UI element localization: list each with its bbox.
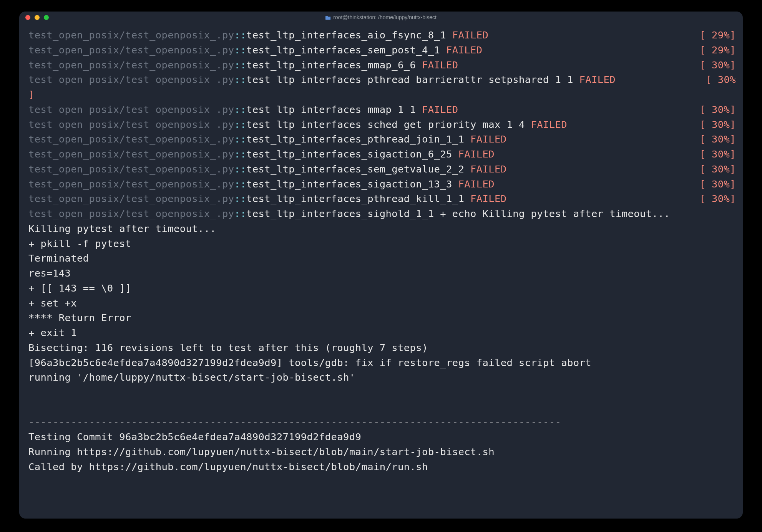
test-running-line: test_open_posix/test_openposix_.py::test… xyxy=(28,206,736,221)
test-file: test_open_posix/test_openposix_.py xyxy=(28,119,234,130)
minimize-icon[interactable] xyxy=(35,15,40,20)
test-result-line: test_open_posix/test_openposix_.py::test… xyxy=(28,43,736,58)
test-percent: [ 30%] xyxy=(695,177,736,192)
test-separator: :: xyxy=(234,119,247,130)
test-separator: :: xyxy=(234,104,247,115)
test-separator: :: xyxy=(234,29,247,41)
test-file: test_open_posix/test_openposix_.py xyxy=(28,208,234,219)
test-name: test_ltp_interfaces_sigaction_6_25 xyxy=(246,148,458,160)
window-controls xyxy=(25,15,49,20)
test-file: test_open_posix/test_openposix_.py xyxy=(28,133,234,145)
test-percent: [ 30%] xyxy=(695,147,736,162)
terminal-line: ----------------------------------------… xyxy=(28,415,736,430)
test-separator: :: xyxy=(234,193,247,204)
test-status: FAILED xyxy=(452,29,489,41)
test-file: test_open_posix/test_openposix_.py xyxy=(28,163,234,175)
window-title-text: root@thinkstation: /home/luppy/nuttx-bis… xyxy=(333,14,437,20)
test-separator: :: xyxy=(234,148,247,160)
test-percent: [ 30%] xyxy=(695,58,736,73)
test-name: test_ltp_interfaces_pthread_join_1_1 xyxy=(246,133,470,145)
terminal-window: root@thinkstation: /home/luppy/nuttx-bis… xyxy=(19,12,743,519)
test-file: test_open_posix/test_openposix_.py xyxy=(28,178,234,190)
test-left: test_open_posix/test_openposix_.py::test… xyxy=(28,102,695,117)
test-separator: :: xyxy=(234,208,247,219)
terminal-line: + pkill -f pytest xyxy=(28,236,736,251)
test-left: test_open_posix/test_openposix_.py::test… xyxy=(28,72,701,87)
test-percent: [ 30%] xyxy=(695,162,736,177)
test-left: test_open_posix/test_openposix_.py::test… xyxy=(28,147,695,162)
terminal-line: Killing pytest after timeout... xyxy=(28,221,736,236)
test-separator: :: xyxy=(234,74,247,85)
test-file: test_open_posix/test_openposix_.py xyxy=(28,29,234,41)
test-file: test_open_posix/test_openposix_.py xyxy=(28,104,234,115)
test-percent: [ 29%] xyxy=(695,43,736,58)
test-left: test_open_posix/test_openposix_.py::test… xyxy=(28,28,695,43)
test-percent: [ 30%] xyxy=(695,132,736,147)
test-result-line: test_open_posix/test_openposix_.py::test… xyxy=(28,117,736,132)
test-status: FAILED xyxy=(458,148,495,160)
terminal-line xyxy=(28,385,736,400)
test-percent-head: [ 30% xyxy=(701,72,736,87)
test-percent: [ 30%] xyxy=(695,191,736,206)
test-name: test_ltp_interfaces_sigaction_13_3 xyxy=(246,178,458,190)
test-left: test_open_posix/test_openposix_.py::test… xyxy=(28,117,695,132)
terminal-line: + exit 1 xyxy=(28,325,736,340)
zoom-icon[interactable] xyxy=(44,15,49,20)
test-name: test_ltp_interfaces_sem_post_4_1 xyxy=(246,44,446,56)
test-status: FAILED xyxy=(446,44,483,56)
test-percent: [ 30%] xyxy=(695,117,736,132)
shell-echo: + echo Killing pytest after timeout... xyxy=(434,208,670,219)
test-status: FAILED xyxy=(422,104,458,115)
terminal-line: + set +x xyxy=(28,296,736,311)
test-separator: :: xyxy=(234,163,247,175)
test-file: test_open_posix/test_openposix_.py xyxy=(28,59,234,71)
terminal-line: Running https://github.com/lupyuen/nuttx… xyxy=(28,444,736,459)
close-icon[interactable] xyxy=(25,15,30,20)
terminal-line: Testing Commit 96a3bc2b5c6e4efdea7a4890d… xyxy=(28,429,736,444)
test-status: FAILED xyxy=(470,193,507,204)
test-result-line: test_open_posix/test_openposix_.py::test… xyxy=(28,147,736,162)
test-left: test_open_posix/test_openposix_.py::test… xyxy=(28,191,695,206)
terminal-output[interactable]: test_open_posix/test_openposix_.py::test… xyxy=(19,23,743,519)
test-percent: [ 30%] xyxy=(695,102,736,117)
test-name: test_ltp_interfaces_aio_fsync_8_1 xyxy=(246,29,452,41)
terminal-line: **** Return Error xyxy=(28,310,736,325)
terminal-line: Bisecting: 116 revisions left to test af… xyxy=(28,340,736,355)
test-percent: [ 29%] xyxy=(695,28,736,43)
titlebar: root@thinkstation: /home/luppy/nuttx-bis… xyxy=(19,12,743,23)
test-name: test_ltp_interfaces_sem_getvalue_2_2 xyxy=(246,163,470,175)
test-file: test_open_posix/test_openposix_.py xyxy=(28,148,234,160)
test-separator: :: xyxy=(234,44,247,56)
terminal-line xyxy=(28,400,736,415)
test-name: test_ltp_interfaces_mmap_6_6 xyxy=(246,59,422,71)
test-left: test_open_posix/test_openposix_.py::test… xyxy=(28,162,695,177)
test-result-line: test_open_posix/test_openposix_.py::test… xyxy=(28,132,736,147)
test-left: test_open_posix/test_openposix_.py::test… xyxy=(28,177,695,192)
test-name: test_ltp_interfaces_pthread_kill_1_1 xyxy=(246,193,470,204)
test-left: test_open_posix/test_openposix_.py::test… xyxy=(28,58,695,73)
test-result-wrap: ] xyxy=(28,87,736,102)
test-status: FAILED xyxy=(458,178,495,190)
test-name: test_ltp_interfaces_mmap_1_1 xyxy=(246,104,422,115)
folder-icon xyxy=(325,15,331,20)
test-result-line: test_open_posix/test_openposix_.py::test… xyxy=(28,177,736,192)
test-status: FAILED xyxy=(579,74,616,85)
test-result-line: test_open_posix/test_openposix_.py::test… xyxy=(28,191,736,206)
test-left: test_open_posix/test_openposix_.py::test… xyxy=(28,132,695,147)
terminal-line: running '/home/luppy/nuttx-bisect/start-… xyxy=(28,370,736,385)
test-name: test_ltp_interfaces_pthread_barrierattr_… xyxy=(246,74,579,85)
terminal-line: + [[ 143 == \0 ]] xyxy=(28,281,736,296)
test-name: test_ltp_interfaces_sched_get_priority_m… xyxy=(246,119,531,130)
test-file: test_open_posix/test_openposix_.py xyxy=(28,44,234,56)
test-result-line: test_open_posix/test_openposix_.py::test… xyxy=(28,58,736,73)
test-separator: :: xyxy=(234,59,247,71)
terminal-line: [96a3bc2b5c6e4efdea7a4890d327199d2fdea9d… xyxy=(28,355,736,370)
test-status: FAILED xyxy=(470,133,507,145)
test-result-line: test_open_posix/test_openposix_.py::test… xyxy=(28,102,736,117)
test-file: test_open_posix/test_openposix_.py xyxy=(28,74,234,85)
test-result-line: test_open_posix/test_openposix_.py::test… xyxy=(28,162,736,177)
window-title: root@thinkstation: /home/luppy/nuttx-bis… xyxy=(19,14,743,20)
test-file: test_open_posix/test_openposix_.py xyxy=(28,193,234,204)
terminal-line: res=143 xyxy=(28,266,736,281)
terminal-line: Called by https://github.com/lupyuen/nut… xyxy=(28,459,736,474)
